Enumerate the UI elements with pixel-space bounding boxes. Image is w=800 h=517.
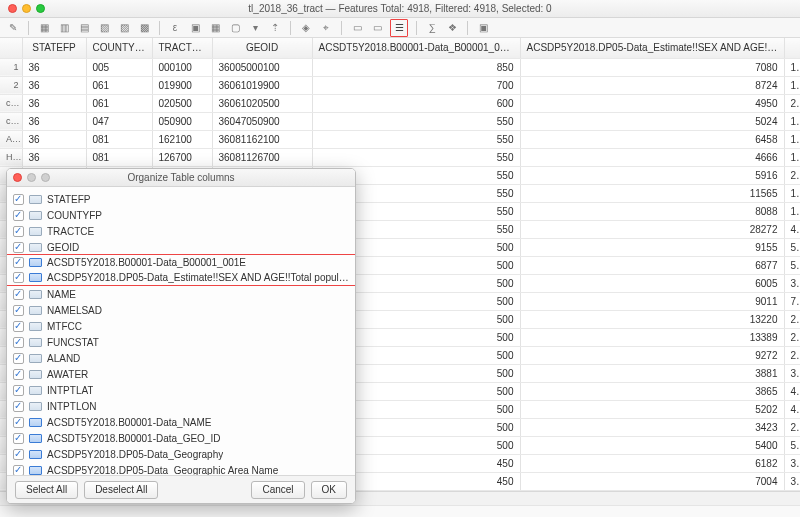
cell-extra[interactable]: 2 (784, 346, 800, 364)
field-calculator-icon[interactable]: ∑ (425, 21, 439, 35)
table-row[interactable]: AL 5360811621003608116210055064581 (0, 130, 800, 148)
filter-icon[interactable]: ▾ (248, 21, 262, 35)
column-list-item[interactable]: NAME (7, 286, 355, 302)
checkbox-icon[interactable] (13, 242, 24, 253)
checkbox-icon[interactable] (13, 369, 24, 380)
close-icon[interactable] (8, 4, 17, 13)
checkbox-icon[interactable] (13, 257, 24, 268)
row-number[interactable]: AL 5 (0, 130, 22, 148)
column-list-item[interactable]: INTPTLAT (7, 382, 355, 398)
cell-geoid[interactable]: 36061019900 (212, 76, 312, 94)
cell-extra[interactable]: 1… (784, 58, 800, 76)
table-row[interactable]: 2360610199003606101990070087241 (0, 76, 800, 94)
cell-totalpop[interactable]: 3865 (520, 382, 784, 400)
checkbox-icon[interactable] (13, 272, 24, 283)
cell-statefp[interactable]: 36 (22, 130, 86, 148)
cell-extra[interactable]: 2 (784, 166, 800, 184)
column-list-item[interactable]: COUNTYFP (7, 207, 355, 223)
cell-extra[interactable]: 4 (784, 220, 800, 238)
cut-icon[interactable]: ▧ (97, 21, 111, 35)
move-top-icon[interactable]: ⇡ (268, 21, 282, 35)
add-feature-icon[interactable]: ▥ (57, 21, 71, 35)
column-list[interactable]: STATEFPCOUNTYFPTRACTCEGEOIDACSDT5Y2018.B… (7, 187, 355, 475)
select-all-button[interactable]: Select All (15, 481, 78, 499)
cell-extra[interactable]: 1 (784, 112, 800, 130)
paste-icon[interactable]: ▩ (137, 21, 151, 35)
cell-totalpop[interactable]: 6005 (520, 274, 784, 292)
col-statefp[interactable]: STATEFP (22, 38, 86, 58)
checkbox-icon[interactable] (13, 353, 24, 364)
col-b00001[interactable]: ACSDT5Y2018.B00001-Data_B00001_001E (312, 38, 520, 58)
cell-statefp[interactable]: 36 (22, 58, 86, 76)
cell-extra[interactable]: 3 (784, 274, 800, 292)
cancel-button[interactable]: Cancel (251, 481, 304, 499)
cell-extra[interactable]: 7 (784, 292, 800, 310)
conditional-format-icon[interactable]: ❖ (445, 21, 459, 35)
cell-totalpop[interactable]: 3881 (520, 364, 784, 382)
cell-b00001[interactable]: 850 (312, 58, 520, 76)
cell-totalpop[interactable]: 4666 (520, 148, 784, 166)
cell-tractce[interactable]: 020500 (152, 94, 212, 112)
cell-b00001[interactable]: 600 (312, 94, 520, 112)
checkbox-icon[interactable] (13, 321, 24, 332)
select-by-expression-icon[interactable]: ε (168, 21, 182, 35)
column-list-item[interactable]: ALAND (7, 350, 355, 366)
cell-b00001[interactable]: 700 (312, 76, 520, 94)
row-number[interactable]: 2 (0, 76, 22, 94)
dock-icon[interactable]: ▣ (476, 21, 490, 35)
col-extra[interactable] (784, 38, 800, 58)
cell-geoid[interactable]: 36081162100 (212, 130, 312, 148)
table-row[interactable]: ca 4360470509003604705090055050241 (0, 112, 800, 130)
cell-totalpop[interactable]: 8088 (520, 202, 784, 220)
cell-extra[interactable]: 1 (784, 184, 800, 202)
cell-countyfp[interactable]: 005 (86, 58, 152, 76)
cell-geoid[interactable]: 36081126700 (212, 148, 312, 166)
column-list-item[interactable]: ACSDP5Y2018.DP05-Data_Geographic Area Na… (7, 462, 355, 475)
ok-button[interactable]: OK (311, 481, 347, 499)
cell-countyfp[interactable]: 047 (86, 112, 152, 130)
table-row[interactable]: 1360050001003600500010085070801… (0, 58, 800, 76)
edit-toggle-icon[interactable]: ✎ (6, 21, 20, 35)
column-list-item[interactable]: ACSDT5Y2018.B00001-Data_B00001_001E (7, 254, 355, 270)
checkbox-icon[interactable] (13, 194, 24, 205)
cell-extra[interactable]: 3 (784, 364, 800, 382)
column-list-item[interactable]: FUNCSTAT (7, 334, 355, 350)
cell-b00001[interactable]: 550 (312, 130, 520, 148)
cell-geoid[interactable]: 36047050900 (212, 112, 312, 130)
cell-countyfp[interactable]: 081 (86, 148, 152, 166)
invert-selection-icon[interactable]: ▦ (208, 21, 222, 35)
column-list-item[interactable]: ACSDP5Y2018.DP05-Data_Geography (7, 446, 355, 462)
checkbox-icon[interactable] (13, 433, 24, 444)
deselect-icon[interactable]: ▢ (228, 21, 242, 35)
column-list-item[interactable]: ACSDP5Y2018.DP05-Data_Estimate!!SEX AND … (7, 270, 355, 286)
cell-totalpop[interactable]: 11565 (520, 184, 784, 202)
select-all-icon[interactable]: ▣ (188, 21, 202, 35)
cell-extra[interactable]: 5 (784, 256, 800, 274)
col-dp05-totalpop[interactable]: ACSDP5Y2018.DP05-Data_Estimate!!SEX AND … (520, 38, 784, 58)
column-list-item[interactable]: ACSDT5Y2018.B00001-Data_NAME (7, 414, 355, 430)
row-number[interactable]: 1 (0, 58, 22, 76)
cell-tractce[interactable]: 162100 (152, 130, 212, 148)
checkbox-icon[interactable] (13, 305, 24, 316)
cell-totalpop[interactable]: 7004 (520, 472, 784, 490)
cell-b00001[interactable]: 550 (312, 148, 520, 166)
column-list-item[interactable]: MTFCC (7, 318, 355, 334)
cell-totalpop[interactable]: 9011 (520, 292, 784, 310)
save-icon[interactable]: ▦ (37, 21, 51, 35)
rownum-header[interactable] (0, 38, 22, 58)
cell-extra[interactable]: 3 (784, 472, 800, 490)
minimize-icon[interactable] (22, 4, 31, 13)
cell-geoid[interactable]: 36061020500 (212, 94, 312, 112)
cell-totalpop[interactable]: 13389 (520, 328, 784, 346)
cell-totalpop[interactable]: 3423 (520, 418, 784, 436)
cell-geoid[interactable]: 36005000100 (212, 58, 312, 76)
cell-b00001[interactable]: 550 (312, 112, 520, 130)
cell-countyfp[interactable]: 081 (86, 130, 152, 148)
checkbox-icon[interactable] (13, 449, 24, 460)
column-list-item[interactable]: TRACTCE (7, 223, 355, 239)
checkbox-icon[interactable] (13, 210, 24, 221)
checkbox-icon[interactable] (13, 289, 24, 300)
copy-icon[interactable]: ▨ (117, 21, 131, 35)
zoom-to-icon[interactable]: ⌖ (319, 21, 333, 35)
pan-to-icon[interactable]: ◈ (299, 21, 313, 35)
